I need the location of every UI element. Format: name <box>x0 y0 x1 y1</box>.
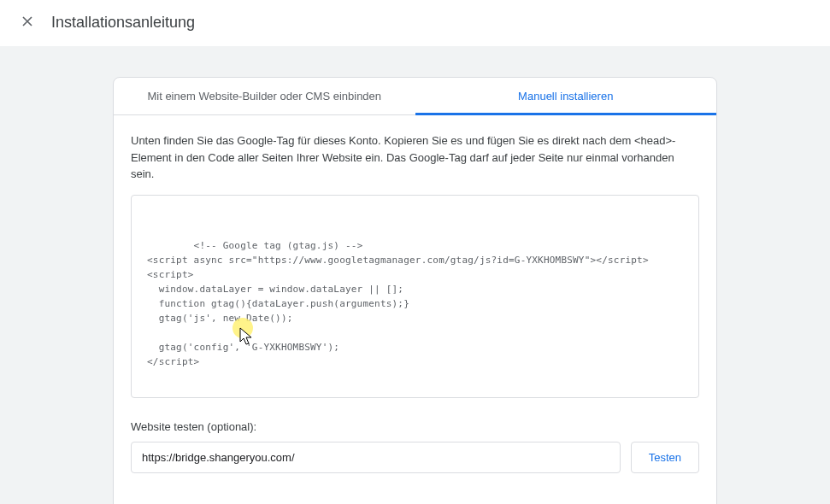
tab-content: Unten finden Sie das Google-Tag für dies… <box>114 115 716 504</box>
dialog-header: Installationsanleitung <box>0 0 830 46</box>
test-website-label: Website testen (optional): <box>131 420 699 433</box>
page-title: Installationsanleitung <box>51 14 195 32</box>
tab-label: Mit einem Website-Builder oder CMS einbi… <box>147 90 381 103</box>
test-button[interactable]: Testen <box>631 442 699 473</box>
code-text: <!-- Google tag (gtag.js) --> <script as… <box>147 240 649 367</box>
instructions-text: Unten finden Sie das Google-Tag für dies… <box>131 132 699 183</box>
website-url-input[interactable] <box>131 442 621 473</box>
tab-website-builder[interactable]: Mit einem Website-Builder oder CMS einbi… <box>114 78 415 114</box>
close-button[interactable] <box>7 3 48 44</box>
test-url-row: Testen <box>131 442 699 473</box>
copy-button[interactable] <box>666 204 690 228</box>
copy-icon <box>635 195 699 241</box>
tabs: Mit einem Website-Builder oder CMS einbi… <box>114 78 716 115</box>
code-snippet-box: <!-- Google tag (gtag.js) --> <script as… <box>131 195 699 399</box>
main-area: Mit einem Website-Builder oder CMS einbi… <box>0 46 830 504</box>
tab-manual-install[interactable]: Manuell installieren <box>415 78 717 114</box>
close-icon <box>19 13 36 32</box>
tab-label: Manuell installieren <box>518 90 613 103</box>
install-card: Mit einem Website-Builder oder CMS einbi… <box>113 77 717 504</box>
